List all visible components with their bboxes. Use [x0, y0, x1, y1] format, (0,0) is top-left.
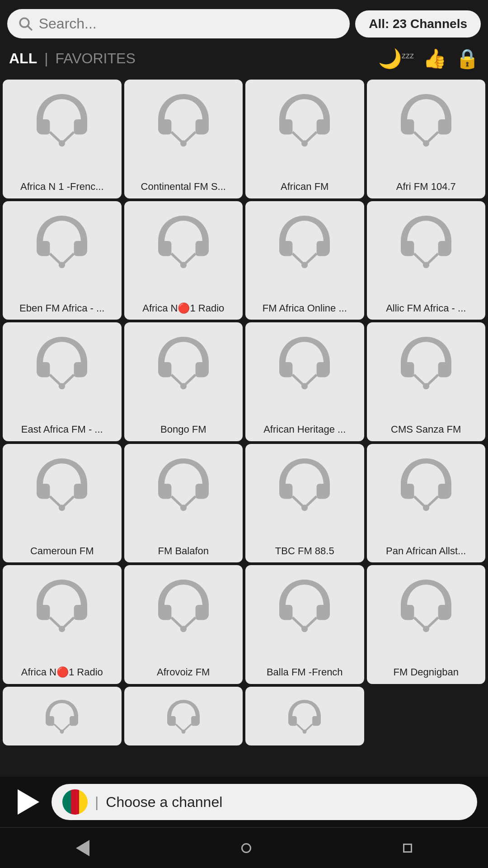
channel-card[interactable]: Africa N🔴1 Radio — [3, 565, 122, 684]
channel-name-label: CMS Sanza FM — [371, 424, 482, 435]
svg-line-55 — [183, 618, 196, 629]
headphone-icon — [152, 330, 215, 394]
svg-line-54 — [171, 618, 183, 629]
channel-name-label: Balla FM -French — [249, 666, 361, 678]
svg-line-19 — [183, 254, 196, 265]
svg-line-27 — [50, 375, 62, 386]
channel-grid: Africa N 1 -Frenc... Continental FM S...… — [0, 77, 488, 748]
filter-all-button[interactable]: ALL — [9, 50, 37, 67]
headphone-icon — [394, 88, 458, 151]
svg-line-7 — [183, 132, 196, 143]
lock-icon-button[interactable]: 🔒 — [455, 47, 479, 70]
headphone-icon — [152, 209, 215, 273]
svg-line-40 — [62, 496, 74, 508]
svg-line-6 — [171, 132, 183, 143]
channel-name-label: African FM — [249, 181, 361, 193]
thumbs-up-icon-button[interactable]: 👍 — [423, 47, 446, 70]
channel-name-label: Pan African Allst... — [371, 545, 482, 557]
nav-back-button[interactable] — [62, 835, 103, 861]
channel-card[interactable]: Continental FM S... — [124, 80, 243, 198]
channel-card[interactable]: CMS Sanza FM — [367, 322, 486, 441]
svg-line-30 — [171, 375, 183, 386]
channel-name-label: Afri FM 104.7 — [371, 181, 482, 193]
svg-line-48 — [414, 496, 426, 508]
channel-card[interactable]: FM Degnigban — [367, 565, 486, 684]
channel-card[interactable]: Allic FM Africa - ... — [367, 201, 486, 320]
svg-line-63 — [54, 724, 62, 731]
headphone-icon — [30, 573, 94, 637]
channel-card[interactable]: Pan African Allst... — [367, 444, 486, 563]
svg-line-3 — [50, 132, 62, 143]
search-input[interactable] — [39, 15, 339, 32]
flag-cameroon — [62, 789, 88, 815]
filter-left: ALL | FAVORITES — [9, 50, 136, 67]
channel-name-label: Africa N🔴1 Radio — [6, 666, 118, 678]
headphone-icon — [30, 209, 94, 273]
nav-recents-button[interactable] — [389, 839, 426, 857]
svg-line-39 — [50, 496, 62, 508]
headphone-icon — [284, 696, 325, 736]
channel-card[interactable]: FM Africa Online ... — [245, 201, 364, 320]
channel-card[interactable]: Cameroun FM — [3, 444, 122, 563]
nav-home-icon — [241, 843, 251, 853]
play-button[interactable] — [11, 786, 42, 818]
pill-separator: | — [95, 794, 99, 811]
channel-name-label: Allic FM Africa - ... — [371, 302, 482, 314]
headphone-icon — [273, 88, 336, 151]
channels-badge: All: 23 Channels — [355, 10, 481, 38]
channel-card[interactable]: Africa N🔴1 Radio — [124, 201, 243, 320]
choose-channel-label: Choose a channel — [106, 794, 222, 811]
svg-line-37 — [426, 375, 438, 386]
channel-card[interactable]: African Heritage ... — [245, 322, 364, 441]
svg-line-9 — [293, 132, 305, 143]
nav-home-button[interactable] — [228, 839, 265, 858]
svg-line-57 — [293, 618, 305, 629]
svg-line-1 — [28, 26, 32, 30]
channel-card[interactable]: Afri FM 104.7 — [367, 80, 486, 198]
svg-line-61 — [426, 618, 438, 629]
svg-line-58 — [305, 618, 317, 629]
headphone-icon — [152, 573, 215, 637]
channel-card[interactable]: Africa N 1 -Frenc... — [3, 80, 122, 198]
channel-card[interactable]: FM Balafon — [124, 444, 243, 563]
channel-name-label: Bongo FM — [128, 424, 239, 435]
svg-line-52 — [62, 618, 74, 629]
svg-line-70 — [305, 724, 312, 731]
headphone-icon — [152, 88, 215, 151]
channel-card[interactable]: Afrovoiz FM — [124, 565, 243, 684]
channel-card[interactable]: Eben FM Africa - ... — [3, 201, 122, 320]
headphone-icon — [42, 696, 82, 736]
bottom-player: | Choose a channel — [0, 777, 488, 827]
channel-card[interactable]: East Africa FM - ... — [3, 322, 122, 441]
channel-card[interactable] — [245, 687, 364, 745]
channel-card[interactable]: Balla FM -French — [245, 565, 364, 684]
headphone-icon — [163, 696, 204, 736]
nav-back-icon — [76, 840, 89, 856]
nav-bar — [0, 827, 488, 868]
svg-line-34 — [305, 375, 317, 386]
sleep-icon-button[interactable]: 🌙zzz — [378, 47, 414, 70]
headphone-icon — [394, 452, 458, 515]
channel-card[interactable]: African FM — [245, 80, 364, 198]
headphone-icon — [30, 452, 94, 515]
svg-line-46 — [305, 496, 317, 508]
headphone-icon — [273, 452, 336, 515]
svg-line-31 — [183, 375, 196, 386]
channel-card[interactable]: TBC FM 88.5 — [245, 444, 364, 563]
svg-line-15 — [50, 254, 62, 265]
search-box[interactable] — [7, 9, 350, 38]
channel-card[interactable]: Bongo FM — [124, 322, 243, 441]
channel-card[interactable] — [3, 687, 122, 745]
svg-line-18 — [171, 254, 183, 265]
channel-pill[interactable]: | Choose a channel — [52, 784, 477, 820]
filter-separator: | — [44, 50, 48, 67]
svg-line-13 — [426, 132, 438, 143]
svg-line-4 — [62, 132, 74, 143]
svg-line-28 — [62, 375, 74, 386]
svg-line-42 — [171, 496, 183, 508]
channel-card[interactable] — [124, 687, 243, 745]
filter-bar: ALL | FAVORITES 🌙zzz 👍 🔒 — [0, 43, 488, 77]
channel-name-label: Eben FM Africa - ... — [6, 302, 118, 314]
svg-line-22 — [305, 254, 317, 265]
filter-favorites-button[interactable]: FAVORITES — [56, 50, 136, 67]
